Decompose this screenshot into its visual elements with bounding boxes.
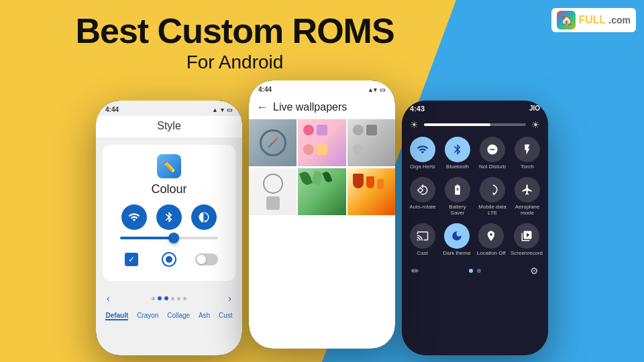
wallpaper-doodle2[interactable]: Doodle bbox=[347, 119, 395, 167]
darktheme-icon bbox=[444, 223, 470, 249]
battery-icon-left: ▭ bbox=[227, 107, 233, 113]
garden-leafy-label: Garden: Leafy bbox=[298, 215, 345, 216]
qs-tile-battery[interactable]: Battery Saver bbox=[442, 177, 473, 217]
phone-right: 4:43 JIO ☀ ☀ Giga Hertz bbox=[402, 101, 548, 355]
doodle1-label: Doodle bbox=[298, 166, 345, 167]
qs-tile-dnd[interactable]: Not Disturb bbox=[477, 137, 508, 170]
gigahertz-label: Giga Hertz bbox=[410, 164, 435, 170]
settings-icon-qs[interactable]: ⚙ bbox=[530, 265, 539, 276]
slider-row bbox=[113, 237, 225, 239]
status-bar-left: 4:44 ▲ ▾ ▭ bbox=[96, 101, 242, 116]
style-title: Style bbox=[157, 120, 181, 131]
radio-icon bbox=[162, 252, 176, 267]
switch-icon bbox=[195, 253, 218, 265]
phone-left-screen: 4:44 ▲ ▾ ▭ Style ✏️ Colour bbox=[96, 101, 242, 355]
style-header: Style bbox=[96, 116, 242, 138]
logo-dot: .com bbox=[608, 15, 631, 25]
dot5 bbox=[177, 297, 180, 300]
garden-leafy-thumb bbox=[298, 168, 345, 215]
dot-inactive1 bbox=[477, 269, 481, 273]
doodle2-label: Doodle bbox=[347, 166, 395, 167]
darktheme-label: Dark theme bbox=[443, 250, 470, 257]
screenrecord-label: Screenrecord bbox=[511, 250, 543, 257]
compass-label: Compass bbox=[249, 166, 297, 167]
theme-collage[interactable]: Collage bbox=[167, 312, 190, 320]
qs-tile-bluetooth[interactable]: Bluetooth bbox=[442, 137, 473, 170]
status-icons-center: ▲▾ ▭ bbox=[368, 86, 386, 93]
time-center: 4:44 bbox=[258, 86, 272, 93]
battery-saver-icon bbox=[445, 177, 470, 202]
qs-tile-gigahertz[interactable]: Giga Hertz bbox=[407, 137, 438, 170]
wifi-circle bbox=[121, 204, 147, 230]
leaf3 bbox=[323, 171, 333, 183]
doodle2-shapes bbox=[347, 119, 395, 166]
wallpaper-compass[interactable]: Compass bbox=[249, 119, 297, 167]
dot-active bbox=[469, 269, 473, 273]
phones-container: 4:44 ▲ ▾ ▭ Style ✏️ Colour bbox=[13, 80, 631, 362]
autorotate-icon bbox=[410, 177, 435, 202]
bt-circle bbox=[156, 204, 182, 230]
doodle3-label: Doodle bbox=[249, 215, 297, 216]
qs-tile-airplane[interactable]: Aeroplane mode bbox=[512, 177, 543, 217]
data-circle bbox=[191, 204, 217, 230]
location-label: Location Off bbox=[477, 250, 506, 257]
phone-center-screen: 4:44 ▲▾ ▭ ← Live wallpapers bbox=[249, 80, 395, 349]
dot2 bbox=[158, 296, 162, 300]
back-button[interactable]: ← bbox=[257, 101, 268, 113]
battery-center: ▭ bbox=[380, 86, 386, 93]
nav-next[interactable]: › bbox=[228, 293, 231, 304]
mobiledata-label: Mobile data LTE bbox=[477, 204, 508, 217]
cast-label: Cast bbox=[417, 250, 427, 257]
dnd-label: Not Disturb bbox=[479, 164, 506, 170]
switch-item bbox=[195, 247, 219, 272]
toggle-row: ✓ bbox=[113, 247, 225, 272]
battery-label: Battery Saver bbox=[442, 204, 473, 217]
wallpaper-doodle1[interactable]: Doodle bbox=[298, 119, 345, 167]
qs-tile-mobiledata[interactable]: Mobile data LTE bbox=[477, 177, 508, 217]
slider-fill bbox=[120, 237, 174, 239]
garden-prickly-label: Garden: Prickly bbox=[347, 215, 395, 216]
qs-tile-autorotate[interactable]: Auto-rotate bbox=[407, 177, 438, 217]
dot6 bbox=[183, 297, 186, 300]
qs-tile-screenrecord[interactable]: Screenrecord bbox=[511, 223, 543, 257]
edit-icon[interactable]: ✏ bbox=[411, 265, 419, 276]
theme-ash[interactable]: Ash bbox=[199, 312, 210, 320]
style-content: ✏️ Colour bbox=[103, 145, 235, 281]
leaf1 bbox=[299, 171, 313, 187]
qs-tile-cast[interactable]: Cast bbox=[407, 223, 437, 257]
qs-grid-row2: Auto-rotate Battery Saver Mobile data LT… bbox=[402, 174, 548, 219]
garden-prickly-thumb bbox=[347, 168, 395, 215]
qs-tile-torch[interactable]: Torch bbox=[512, 137, 543, 170]
nav-bar: ‹ › bbox=[96, 288, 242, 309]
brightness-high-icon: ☀ bbox=[531, 119, 540, 130]
wallpaper-garden-leafy[interactable]: Garden: Leafy bbox=[298, 168, 345, 216]
dot4 bbox=[171, 297, 174, 300]
phone-center: 4:44 ▲▾ ▭ ← Live wallpapers bbox=[249, 80, 395, 349]
logo-text: FULL bbox=[578, 14, 606, 26]
brightness-track[interactable] bbox=[424, 123, 526, 126]
wallpaper-title: Live wallpapers bbox=[273, 101, 347, 113]
doodle1-thumb bbox=[298, 119, 345, 166]
phone-right-screen: 4:43 JIO ☀ ☀ Giga Hertz bbox=[402, 101, 548, 355]
wallpaper-doodle3[interactable]: Doodle bbox=[249, 168, 297, 216]
qs-tile-location[interactable]: Location Off bbox=[476, 223, 506, 257]
doodle3-thumb bbox=[249, 168, 297, 215]
location-icon bbox=[478, 223, 504, 249]
bottom-dots bbox=[469, 269, 481, 273]
doodle2-thumb bbox=[347, 119, 395, 166]
nav-prev[interactable]: ‹ bbox=[107, 293, 110, 304]
qs-bottom-bar: ✏ ⚙ bbox=[402, 261, 548, 280]
screenrecord-icon bbox=[514, 223, 539, 249]
wallpaper-garden-prickly[interactable]: Garden: Prickly bbox=[347, 168, 395, 216]
compass-shape bbox=[260, 129, 286, 156]
qs-tile-darktheme[interactable]: Dark theme bbox=[441, 223, 472, 257]
signal-center: ▲▾ bbox=[368, 86, 377, 93]
checkbox-item: ✓ bbox=[119, 247, 144, 272]
status-icons-left: ▲ ▾ ▭ bbox=[212, 107, 233, 113]
cast-icon bbox=[410, 223, 435, 249]
theme-cust[interactable]: Cust bbox=[219, 312, 233, 320]
theme-crayon[interactable]: Crayon bbox=[137, 312, 158, 320]
bluetooth-icon bbox=[445, 137, 470, 162]
theme-default[interactable]: Default bbox=[105, 312, 128, 320]
airplane-icon bbox=[515, 177, 540, 202]
